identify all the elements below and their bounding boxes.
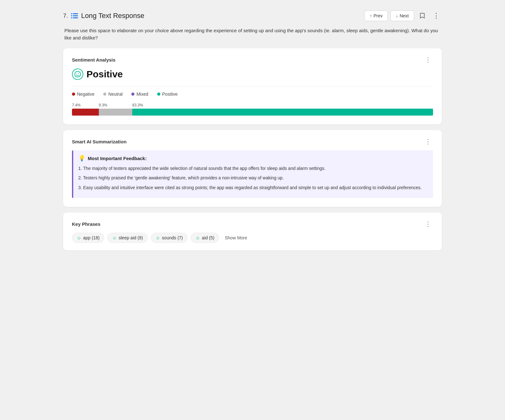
phrase-chip-aid-label: aid (5) (202, 235, 215, 240)
ai-summarization-card: Smart AI Summarization ⋮ 💡 Most Importan… (63, 130, 442, 207)
more-options-button[interactable]: ⋮ (431, 10, 442, 21)
header: 7. Long Text Response ↑ Prev ↓ Ne (63, 6, 442, 27)
phrase-chip-sleep-aid-label: sleep aid (9) (119, 235, 143, 240)
phrase-chip-app: ☺ app (18) (72, 233, 104, 243)
header-title: Long Text Response (81, 12, 144, 20)
sentiment-bar (72, 109, 433, 116)
bar-labels-row: 7.4% 9.3% 83.3% (72, 103, 433, 116)
chip-smiley-aid: ☺ (195, 235, 200, 240)
phrase-chip-sounds: ☺ sounds (7) (151, 233, 187, 243)
phrase-chip-aid: ☺ aid (5) (191, 233, 219, 243)
ai-feedback-item-1: 1. The majority of testers appreciated t… (78, 165, 428, 172)
legend-negative: Negative (72, 92, 94, 97)
sentiment-more-button[interactable]: ⋮ (423, 56, 433, 63)
bar-label-negative: 7.4% (72, 103, 99, 107)
key-phrases-header: Key Phrases ⋮ (72, 220, 433, 228)
svg-rect-5 (73, 17, 78, 18)
neutral-label: Neutral (108, 92, 122, 97)
show-more-button[interactable]: Show More (222, 234, 250, 242)
ai-card-title: Smart AI Summarization (72, 139, 127, 144)
svg-rect-3 (73, 15, 78, 16)
ai-highlight-box: 💡 Most Important Feedback: 1. The majori… (72, 150, 433, 198)
bar-label-positive: 83.3% (132, 103, 143, 107)
sentiment-main-label: Positive (86, 69, 123, 80)
bulb-icon: 💡 (78, 155, 85, 162)
legend-positive: Positive (157, 92, 178, 97)
key-phrases-card: Key Phrases ⋮ ☺ app (18) ☺ sleep aid (9)… (63, 213, 442, 250)
header-left: 7. Long Text Response (63, 12, 144, 20)
more-dots-icon: ⋮ (433, 12, 440, 20)
sentiment-analysis-card: Sentiment Analysis ⋮ Positive Negative (63, 48, 442, 124)
positive-smiley-icon (72, 69, 83, 80)
next-label: Next (400, 13, 409, 18)
ai-more-button[interactable]: ⋮ (423, 138, 433, 145)
mixed-label: Mixed (136, 92, 148, 97)
bookmark-button[interactable] (417, 10, 428, 21)
bar-label-neutral: 9.3% (99, 103, 132, 107)
mixed-dot (131, 93, 134, 96)
key-phrases-row: ☺ app (18) ☺ sleep aid (9) ☺ sounds (7) … (72, 233, 433, 243)
chip-smiley-sleep-aid: ☺ (112, 235, 116, 240)
bar-positive (132, 109, 433, 116)
positive-dot (157, 93, 160, 96)
sentiment-positive-row: Positive (72, 69, 433, 80)
legend-mixed: Mixed (131, 92, 148, 97)
sentiment-card-title: Sentiment Analysis (72, 57, 116, 63)
key-phrases-more-button[interactable]: ⋮ (423, 220, 433, 228)
prev-arrow-icon: ↑ (370, 13, 372, 18)
svg-point-6 (75, 71, 80, 77)
sentiment-legend: Negative Neutral Mixed Positive (72, 92, 433, 97)
question-text: Please use this space to elaborate on yo… (63, 27, 442, 41)
prev-button[interactable]: ↑ Prev (364, 10, 388, 21)
negative-label: Negative (77, 92, 94, 97)
page-container: 7. Long Text Response ↑ Prev ↓ Ne (63, 6, 442, 250)
bar-neutral (99, 109, 132, 116)
svg-rect-1 (73, 13, 78, 14)
svg-rect-2 (71, 15, 72, 16)
positive-legend-label: Positive (162, 92, 178, 97)
question-number: 7. (63, 13, 68, 19)
list-icon (71, 13, 78, 19)
neutral-dot (103, 93, 106, 96)
prev-label: Prev (373, 13, 383, 18)
negative-dot (72, 93, 75, 96)
phrase-chip-sleep-aid: ☺ sleep aid (9) (107, 233, 147, 243)
chip-smiley-app: ☺ (77, 235, 81, 240)
svg-point-8 (78, 73, 79, 74)
ai-card-header: Smart AI Summarization ⋮ (72, 138, 433, 145)
svg-rect-4 (71, 17, 72, 18)
ai-feedback-item-3: 3. Easy usability and intuitive interfac… (78, 184, 428, 191)
svg-point-7 (76, 73, 77, 74)
next-arrow-icon: ↓ (396, 13, 398, 18)
phrase-chip-sounds-label: sounds (7) (162, 235, 183, 240)
phrase-chip-app-label: app (18) (83, 235, 99, 240)
next-button[interactable]: ↓ Next (390, 10, 414, 21)
sentiment-divider (72, 86, 433, 87)
sentiment-card-header: Sentiment Analysis ⋮ (72, 56, 433, 63)
bar-negative (72, 109, 99, 116)
ai-feedback-list: 1. The majority of testers appreciated t… (78, 165, 428, 191)
key-phrases-title: Key Phrases (72, 221, 100, 227)
ai-highlight-title: 💡 Most Important Feedback: (78, 155, 428, 162)
legend-neutral: Neutral (103, 92, 122, 97)
ai-feedback-item-2: 2. Testers highly praised the 'gentle aw… (78, 174, 428, 181)
svg-rect-0 (71, 13, 72, 14)
ai-highlight-label: Most Important Feedback: (88, 156, 147, 161)
chip-smiley-sounds: ☺ (156, 235, 160, 240)
header-right: ↑ Prev ↓ Next ⋮ (364, 10, 442, 21)
